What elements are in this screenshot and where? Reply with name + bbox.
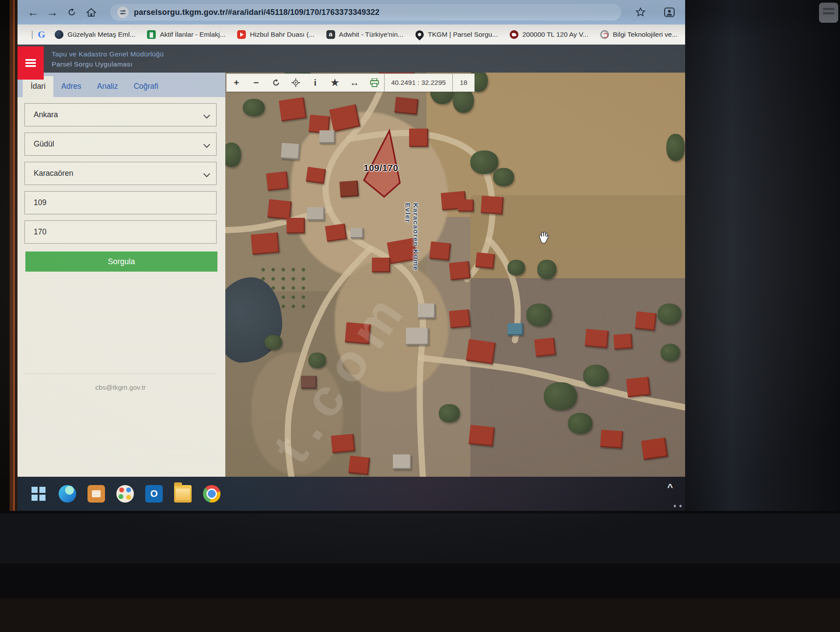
province-select[interactable]: Ankara	[24, 103, 217, 126]
bookmark-g-zelyal-meta-eml[interactable]: Güzelyalı Metaş Eml...	[55, 30, 135, 39]
laptop-bezel-right	[685, 0, 840, 511]
chevron-down-icon	[203, 141, 210, 148]
measure-button[interactable]: ↔	[345, 74, 364, 91]
map-canvas[interactable]: 109/170 Karacaören Küme Evler t.com +−i★…	[225, 73, 685, 477]
bookmark-label: 200000 TL 120 Ay V...	[522, 31, 588, 38]
bookmark-label: Adwhit - Türkiye'nin...	[339, 31, 403, 38]
tray-chevron-icon[interactable]: ^	[667, 482, 673, 493]
bookmark-adwhit-t-rkiye-nin[interactable]: Adwhit - Türkiye'nin...	[326, 30, 403, 39]
laptop-bezel-bottom: lenovo	[0, 511, 840, 632]
bookmark-label: Aktif İlanlar - Emlakj...	[160, 31, 225, 38]
site-settings-icon[interactable]	[117, 7, 129, 18]
bookmark-label: Hizbul Bahr Duası (...	[250, 31, 314, 38]
app-title-line2: Parsel Sorgu Uygulaması	[52, 59, 164, 69]
apps-grid-icon[interactable]	[25, 30, 27, 39]
pin-dark-icon	[414, 28, 426, 40]
windows-icon[interactable]	[30, 485, 47, 503]
query-submit-button[interactable]: Sorgula	[25, 251, 217, 272]
browser-profile-icon[interactable]	[660, 3, 679, 21]
chevron-down-icon	[203, 112, 210, 119]
tab-co-rafi[interactable]: Coğrafi	[126, 76, 166, 97]
browser-toolbar: ← → parselsorgu.tkgm.gov.tr/#ara/idari/4…	[18, 0, 685, 24]
chrome-icon[interactable]	[203, 485, 220, 503]
zoom-in-button[interactable]: +	[227, 74, 246, 91]
bookmark-label: Güzelyalı Metaş Eml...	[67, 31, 135, 38]
outlook-icon[interactable]	[145, 485, 163, 503]
circle-darkred-icon	[510, 30, 518, 39]
refresh-button[interactable]	[266, 74, 286, 91]
place-label: Karacaören Küme Evler	[404, 203, 420, 290]
url-text: parselsorgu.tkgm.gov.tr/#ara/idari/45118…	[134, 8, 379, 17]
query-sidebar: İdariAdresAnalizCoğrafi Ankara Güdül Kar…	[18, 73, 225, 477]
bookmark-bilgi-teknolojileri-ve[interactable]: Bilgi Teknolojileri ve...	[600, 30, 678, 39]
windows-taskbar: ^	[18, 477, 685, 511]
parcel-layer	[225, 73, 685, 477]
tab-analiz[interactable]: Analiz	[89, 76, 126, 97]
print-button[interactable]	[364, 74, 384, 91]
map-coordinates: 40.2491 : 32.2295	[384, 74, 452, 91]
paint-icon[interactable]	[116, 485, 134, 503]
bookmark-aktif-i-lanlar-emlakj[interactable]: Aktif İlanlar - Emlakj...	[147, 30, 225, 39]
bookmarks-divider: |	[31, 29, 33, 39]
block-input[interactable]	[24, 191, 217, 214]
neighborhood-value: Karacaören	[34, 169, 73, 178]
address-bar[interactable]: parselsorgu.tkgm.gov.tr/#ara/idari/45118…	[110, 4, 621, 21]
bookmarks-bar: | G Güzelyalı Metaş Eml...Aktif İlanlar …	[18, 24, 685, 45]
bookmark-label: TKGM | Parsel Sorgu...	[428, 31, 498, 38]
files-icon[interactable]	[174, 485, 192, 503]
map-toolbar: +−i★↔40.2491 : 32.229518	[226, 73, 475, 92]
sidebar-tabs: İdariAdresAnalizCoğrafi	[18, 73, 225, 97]
hamburger-menu-button[interactable]	[18, 46, 44, 80]
tray-icons[interactable]	[672, 504, 683, 508]
app-header: Tapu ve Kadastro Genel Müdürlüğü Parsel …	[18, 45, 685, 73]
district-value: Güdül	[34, 140, 54, 149]
hamburger-icon	[25, 58, 36, 69]
locate-button[interactable]	[286, 74, 305, 91]
chevron-down-icon	[203, 171, 210, 178]
province-value: Ankara	[34, 110, 58, 119]
building-green-icon	[147, 30, 156, 39]
district-select[interactable]: Güdül	[24, 133, 217, 156]
home-icon[interactable]	[81, 3, 101, 21]
store-icon[interactable]	[88, 485, 105, 503]
parcel-input[interactable]	[24, 220, 217, 244]
google-icon[interactable]: G	[38, 29, 45, 40]
tab-adres[interactable]: Adres	[53, 76, 89, 97]
bookmark-label: Bilgi Teknolojileri ve...	[613, 31, 678, 38]
query-form: Ankara Güdül Karacaören Sorgula	[18, 97, 225, 272]
btk-icon	[600, 30, 609, 39]
globe-dark-icon	[55, 30, 63, 39]
star-button[interactable]: ★	[325, 74, 345, 91]
laptop-screen: ← → parselsorgu.tkgm.gov.tr/#ara/idari/4…	[18, 0, 685, 511]
bookmark-200000-tl-120-ay-v[interactable]: 200000 TL 120 Ay V...	[510, 30, 588, 39]
bookmark-tkgm-parsel-sorgu[interactable]: TKGM | Parsel Sorgu...	[415, 30, 498, 39]
neighborhood-select[interactable]: Karacaören	[24, 162, 217, 185]
map-zoom-level: 18	[452, 74, 474, 91]
parcel-label: 109/170	[364, 163, 398, 173]
hand-cursor-icon	[537, 231, 550, 247]
forward-icon[interactable]: →	[43, 3, 62, 21]
zoom-out-button[interactable]: −	[246, 74, 266, 91]
reload-icon[interactable]	[62, 3, 81, 21]
bookmark-star-icon[interactable]	[631, 3, 650, 21]
background-object	[819, 3, 838, 23]
laptop-bezel-left	[0, 0, 18, 511]
edge-icon[interactable]	[59, 485, 76, 503]
bookmark-hizbul-bahr-duas[interactable]: Hizbul Bahr Duası (...	[237, 30, 314, 39]
youtube-icon	[237, 30, 246, 39]
back-icon[interactable]: ←	[24, 3, 43, 21]
info-button[interactable]: i	[305, 74, 325, 91]
app-title-line1: Tapu ve Kadastro Genel Müdürlüğü	[52, 49, 164, 59]
laptop-photo: ← → parselsorgu.tkgm.gov.tr/#ara/idari/4…	[0, 0, 840, 632]
adwhit-icon	[326, 30, 335, 39]
contact-email: cbs@tkgm.gov.tr	[24, 374, 217, 391]
